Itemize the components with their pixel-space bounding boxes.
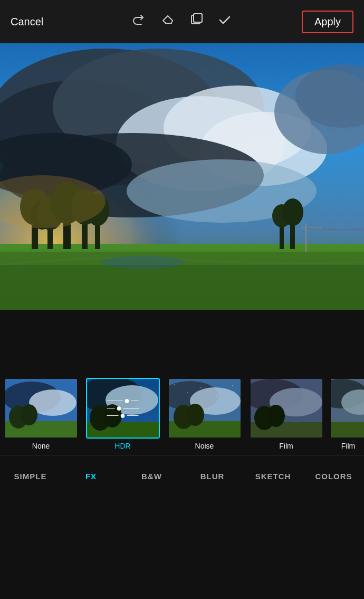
nav-item-fx[interactable]: FX bbox=[61, 455, 121, 497]
svg-rect-2 bbox=[194, 14, 202, 22]
svg-point-32 bbox=[282, 198, 303, 226]
filter-label-hdr: HDR bbox=[114, 442, 130, 450]
hdr-icon-overlay bbox=[107, 399, 139, 418]
nav-item-blur[interactable]: BLUR bbox=[182, 455, 243, 497]
svg-rect-37 bbox=[0, 265, 364, 310]
redo-icon[interactable] bbox=[132, 13, 146, 30]
svg-point-44 bbox=[21, 404, 37, 425]
svg-point-69 bbox=[267, 405, 285, 427]
svg-rect-59 bbox=[200, 387, 202, 388]
bottom-nav: SIMPLE FX B&W BLUR SKETCH COLORS bbox=[0, 455, 364, 497]
eraser-icon[interactable] bbox=[161, 13, 175, 30]
filter-row: None bbox=[0, 373, 364, 455]
svg-point-56 bbox=[186, 404, 204, 426]
nav-item-colors[interactable]: COLORS bbox=[303, 455, 364, 497]
toolbar: Cancel Apply bbox=[0, 0, 364, 43]
filter-thumb-hdr[interactable] bbox=[86, 378, 160, 439]
svg-rect-62 bbox=[208, 408, 209, 409]
filter-label-film2: Film bbox=[341, 442, 355, 450]
svg-rect-60 bbox=[216, 395, 217, 396]
svg-rect-74 bbox=[331, 379, 364, 439]
filter-thumb-film[interactable] bbox=[250, 378, 323, 439]
filter-item-hdr[interactable]: HDR bbox=[82, 378, 164, 450]
spacer-area bbox=[0, 310, 364, 373]
nav-item-sketch[interactable]: SKETCH bbox=[243, 455, 303, 497]
filter-item-none[interactable]: None bbox=[0, 378, 82, 450]
filter-item-film2[interactable]: Film bbox=[327, 378, 364, 450]
svg-rect-57 bbox=[174, 384, 175, 385]
check-icon[interactable] bbox=[218, 13, 232, 30]
nav-item-bw[interactable]: B&W bbox=[121, 455, 182, 497]
layers-icon[interactable] bbox=[189, 13, 203, 30]
filter-label-film: Film bbox=[279, 442, 293, 450]
svg-point-38 bbox=[100, 256, 185, 269]
svg-rect-58 bbox=[187, 392, 188, 393]
filter-item-noise[interactable]: Noise bbox=[164, 378, 245, 450]
filter-label-none: None bbox=[32, 442, 50, 450]
apply-button[interactable]: Apply bbox=[302, 11, 353, 33]
filter-thumb-none[interactable] bbox=[4, 378, 78, 439]
filter-thumb-noise[interactable] bbox=[168, 378, 242, 439]
nav-item-simple[interactable]: SIMPLE bbox=[0, 455, 61, 497]
filter-label-noise: Noise bbox=[195, 442, 214, 450]
svg-rect-61 bbox=[232, 385, 233, 386]
filter-thumb-film2[interactable] bbox=[330, 378, 364, 439]
filter-item-film[interactable]: Film bbox=[245, 378, 327, 450]
main-image bbox=[0, 43, 364, 310]
cancel-button[interactable]: Cancel bbox=[11, 16, 43, 28]
